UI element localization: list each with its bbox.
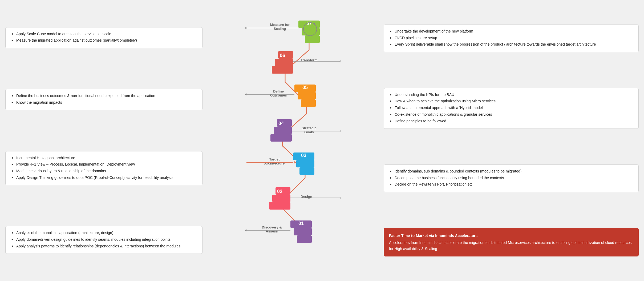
svg-text:06: 06 — [280, 53, 285, 58]
svg-marker-22 — [245, 93, 246, 95]
svg-rect-16 — [298, 92, 316, 99]
svg-marker-14 — [341, 60, 341, 62]
right-item-2-5: Define principles to be followed — [389, 118, 633, 124]
svg-text:01: 01 — [298, 221, 304, 226]
svg-marker-53 — [245, 229, 246, 231]
left-section: Apply Scale Cube model to architect the … — [5, 5, 208, 276]
right-item-3-3: Decide on the Rewrite vs Port, Prioritiz… — [389, 182, 633, 187]
svg-text:Strategic: Strategic — [302, 126, 317, 130]
right-list-1: Undertake the development of the new pla… — [389, 29, 633, 47]
right-item-2-1: Understanding the KPIs for the BAU — [389, 92, 633, 98]
svg-rect-23 — [270, 134, 292, 142]
svg-rect-48 — [297, 235, 312, 243]
accent-card: Faster Time-to-Market via Innominds Acce… — [384, 228, 639, 256]
left-item-1-2: Measure the migrated application against… — [11, 38, 197, 43]
right-list-3: Identify domains, sub domains & bounded … — [389, 168, 633, 187]
svg-text:Goals: Goals — [304, 130, 314, 134]
right-section: Undertake the development of the new pla… — [378, 5, 639, 276]
svg-rect-9 — [275, 59, 293, 66]
left-item-3-3: Model the various layers & relationship … — [11, 168, 197, 174]
left-item-2-2: Know the migration impacts — [11, 100, 197, 106]
svg-text:Target: Target — [269, 157, 280, 161]
right-item-3-1: Identify domains, sub domains & bounded … — [389, 168, 633, 174]
svg-text:Scaling: Scaling — [274, 27, 286, 31]
svg-text:Outcomes: Outcomes — [270, 93, 287, 97]
left-item-2-1: Define the business outcomes & non-funct… — [11, 93, 197, 99]
right-card-1: Undertake the development of the new pla… — [384, 25, 639, 52]
right-card-2: Understanding the KPIs for the BAU How &… — [384, 88, 639, 129]
left-card-3: Incremental Hexagonal architecture Provi… — [5, 151, 202, 186]
svg-rect-40 — [272, 195, 290, 202]
left-item-3-1: Incremental Hexagonal architecture — [11, 155, 197, 161]
svg-rect-33 — [299, 167, 314, 175]
left-item-3-2: Provide 4+1 View – Process, Logical, Imp… — [11, 162, 197, 167]
svg-text:Assess: Assess — [266, 229, 278, 233]
staircase-svg: 07 Measure for Scaling 06 Transform — [245, 13, 341, 268]
right-item-2-3: Follow an incremental approach with a 'H… — [389, 105, 633, 111]
svg-text:05: 05 — [302, 85, 308, 90]
svg-text:Discovery &: Discovery & — [262, 225, 282, 229]
right-item-1-2: CI/CD pipelines are setup — [389, 35, 633, 41]
left-item-1-1: Apply Scale Cube model to architect the … — [11, 31, 197, 37]
page-wrapper: Apply Scale Cube model to architect the … — [5, 5, 639, 276]
svg-text:Architecture: Architecture — [264, 161, 285, 165]
svg-marker-38 — [294, 161, 297, 163]
svg-marker-30 — [341, 130, 341, 132]
right-card-3: Identify domains, sub domains & bounded … — [384, 164, 639, 192]
left-card-2: Define the business outcomes & non-funct… — [5, 89, 202, 110]
svg-text:Define: Define — [273, 89, 284, 93]
left-list-3: Incremental Hexagonal architecture Provi… — [11, 155, 197, 181]
center-staircase: 07 Measure for Scaling 06 Transform — [208, 5, 378, 276]
svg-rect-32 — [296, 160, 314, 167]
right-item-1-3: Every Sprint deliverable shall show the … — [389, 42, 633, 47]
right-list-2: Understanding the KPIs for the BAU How &… — [389, 92, 633, 124]
svg-rect-8 — [272, 66, 293, 74]
left-list-1: Apply Scale Cube model to architect the … — [11, 31, 197, 43]
svg-text:02: 02 — [277, 189, 282, 194]
svg-rect-47 — [294, 228, 312, 235]
right-item-2-2: How & when to achieve the optimization u… — [389, 98, 633, 104]
right-item-1-1: Undertake the development of the new pla… — [389, 29, 633, 34]
svg-marker-45 — [341, 197, 341, 199]
svg-marker-7 — [245, 27, 246, 29]
left-card-4: Analysis of the monolithic application (… — [5, 226, 202, 254]
left-item-4-3: Apply analysis patterns to identify rela… — [11, 243, 197, 249]
left-item-4-1: Analysis of the monolithic application (… — [11, 230, 197, 236]
left-list-4: Analysis of the monolithic application (… — [11, 230, 197, 249]
svg-text:Measure for: Measure for — [270, 23, 290, 27]
svg-rect-2 — [305, 35, 320, 43]
left-card-1: Apply Scale Cube model to architect the … — [5, 27, 202, 48]
svg-text:04: 04 — [278, 121, 284, 126]
svg-rect-17 — [301, 99, 316, 107]
right-item-3-2: Decompose the business functionality usi… — [389, 175, 633, 181]
accent-title: Faster Time-to-Market via Innominds Acce… — [389, 233, 633, 239]
accent-body: Accelerators from Innominds can accelera… — [389, 240, 631, 251]
svg-rect-24 — [274, 127, 292, 134]
svg-text:07: 07 — [306, 21, 312, 26]
right-item-2-4: Co-existence of monolithic applications … — [389, 112, 633, 118]
svg-text:03: 03 — [301, 153, 306, 158]
svg-rect-39 — [269, 202, 290, 210]
left-item-4-2: Apply domain-driven design guidelines to… — [11, 237, 197, 243]
left-item-3-4: Apply Design Thinking guidelines to do a… — [11, 175, 197, 181]
left-list-2: Define the business outcomes & non-funct… — [11, 93, 197, 105]
